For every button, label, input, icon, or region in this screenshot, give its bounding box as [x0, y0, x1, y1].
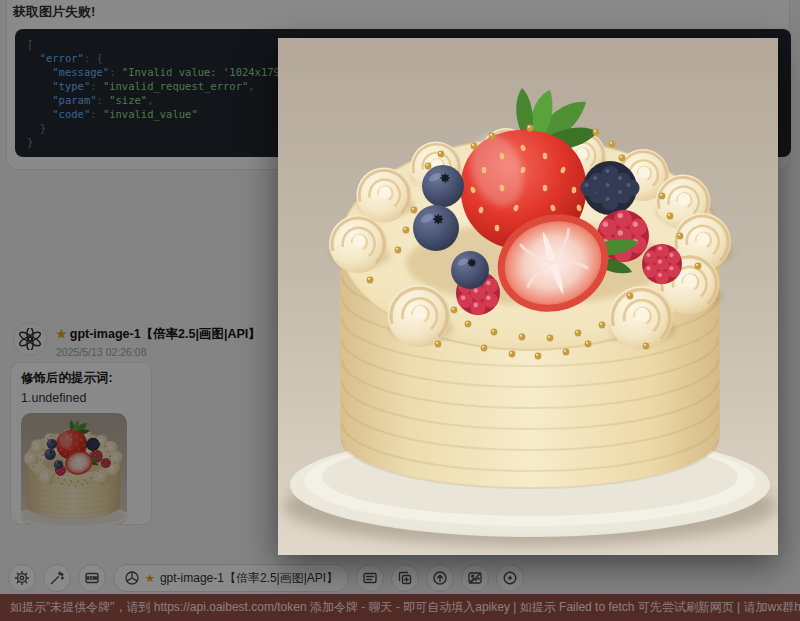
cake-image	[278, 38, 778, 555]
lightbox-image-preview[interactable]	[278, 38, 778, 555]
